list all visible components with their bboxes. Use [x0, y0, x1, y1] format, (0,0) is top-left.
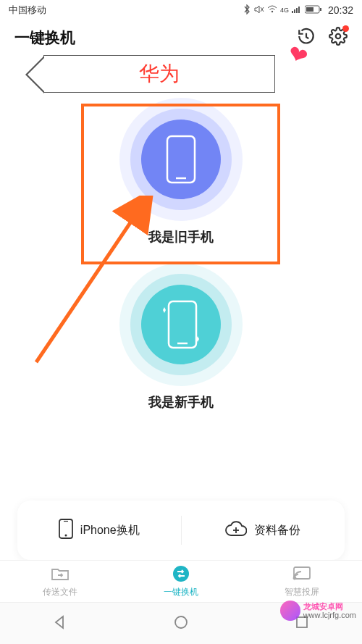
svg-rect-4	[294, 9, 295, 13]
watermark-logo	[280, 601, 300, 621]
phone-icon	[166, 135, 196, 184]
notification-dot	[342, 25, 349, 32]
new-phone-label: 我是新手机	[148, 393, 214, 411]
iphone-transfer-button[interactable]: iPhone换机	[17, 501, 181, 560]
tab-clone-label: 一键换机	[164, 586, 198, 598]
network-label: 4G	[280, 7, 289, 14]
old-phone-option[interactable]: 我是旧手机	[119, 98, 243, 246]
carrier-label: 中国移动	[9, 4, 46, 17]
iphone-icon	[59, 519, 73, 542]
signal-icon	[292, 5, 302, 16]
status-bar: 中国移动 4G 20:32	[0, 0, 362, 20]
main-content: 我是旧手机 我是新手机	[0, 98, 362, 428]
backup-button[interactable]: 资料备份	[182, 501, 345, 560]
svg-rect-3	[292, 11, 293, 13]
watermark: 龙城安卓网 www.lcjrfg.com	[280, 601, 356, 621]
svg-rect-14	[169, 301, 196, 348]
tab-cast-label: 智慧投屏	[285, 586, 319, 598]
status-icons: 4G 20:32	[243, 4, 353, 17]
watermark-url: www.lcjrfg.com	[303, 611, 356, 619]
time-label: 20:32	[328, 4, 353, 16]
svg-point-23	[293, 577, 295, 579]
svg-point-2	[272, 10, 273, 12]
cloud-plus-icon	[225, 521, 247, 540]
tab-bar: 传送文件 一键换机 智慧投屏	[0, 560, 362, 602]
folder-arrow-icon	[51, 565, 70, 585]
svg-point-24	[175, 616, 187, 628]
tab-phone-clone[interactable]: 一键换机	[121, 561, 242, 602]
svg-rect-9	[306, 7, 313, 12]
tab-send-label: 传送文件	[43, 586, 77, 598]
svg-point-10	[336, 34, 341, 39]
svg-point-17	[64, 535, 67, 537]
cast-icon	[292, 565, 311, 585]
nav-back-icon[interactable]	[52, 614, 68, 633]
annotation-callout: 华为	[43, 55, 275, 93]
bottom-actions-card: iPhone换机 资料备份	[17, 501, 345, 560]
iphone-transfer-label: iPhone换机	[80, 523, 140, 538]
wifi-icon	[267, 5, 277, 16]
swap-icon	[172, 565, 190, 585]
old-phone-label: 我是旧手机	[148, 228, 214, 246]
battery-icon	[305, 5, 322, 16]
gear-icon	[329, 35, 348, 48]
svg-rect-5	[296, 8, 298, 13]
new-phone-option[interactable]: 我是新手机	[119, 263, 243, 411]
nav-home-icon[interactable]	[173, 614, 189, 633]
backup-label: 资料备份	[254, 523, 300, 538]
svg-point-21	[173, 566, 189, 582]
page-title: 一键换机	[14, 28, 75, 48]
watermark-name: 龙城安卓网	[303, 602, 356, 611]
phone-sparkle-icon	[163, 300, 199, 349]
svg-rect-6	[298, 7, 300, 13]
tab-smart-cast[interactable]: 智慧投屏	[241, 561, 362, 602]
svg-rect-8	[320, 8, 321, 11]
settings-button[interactable]	[329, 27, 348, 49]
callout-label: 华为	[139, 60, 180, 88]
mute-icon	[254, 5, 264, 16]
bluetooth-icon	[243, 4, 251, 17]
tab-send-files[interactable]: 传送文件	[0, 561, 121, 602]
svg-rect-12	[167, 136, 195, 183]
